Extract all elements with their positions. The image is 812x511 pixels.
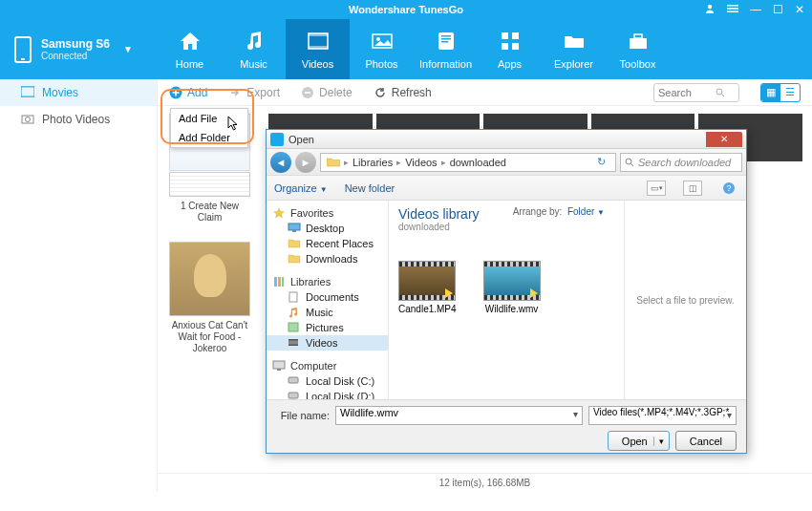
user-icon[interactable] <box>704 3 716 16</box>
svg-point-8 <box>376 37 380 41</box>
dialog-close-button[interactable]: ✕ <box>706 132 742 147</box>
nav-apps-label: Apps <box>498 58 522 70</box>
svg-rect-10 <box>441 35 451 37</box>
file-item[interactable]: Candle1.MP4 <box>398 261 457 314</box>
svg-rect-34 <box>292 230 296 232</box>
nav-apps[interactable]: Apps <box>478 19 542 79</box>
sidebar-item-photo-videos[interactable]: Photo Videos <box>0 106 157 133</box>
file-item[interactable]: Wildlife.wmv <box>483 261 541 314</box>
add-button[interactable]: Add <box>169 86 207 99</box>
breadcrumb[interactable]: ▸Libraries ▸Videos ▸downloaded ↻ <box>320 153 616 172</box>
crumb[interactable]: Libraries <box>353 157 393 168</box>
information-icon <box>435 30 458 53</box>
svg-rect-18 <box>634 34 642 38</box>
nav-music-label: Music <box>240 58 267 70</box>
video-thumb[interactable]: Anxious Cat Can't Wait for Food - Jokero… <box>169 242 250 354</box>
preview-pane-button[interactable]: ◫ <box>683 181 702 196</box>
help-icon[interactable]: ? <box>719 181 738 196</box>
nav-videos[interactable]: Videos <box>286 19 350 79</box>
sidebar-movies-label: Movies <box>42 86 78 99</box>
forward-button[interactable]: ► <box>295 152 316 173</box>
svg-point-29 <box>626 159 631 164</box>
new-folder-button[interactable]: New folder <box>345 182 395 194</box>
path-refresh-icon[interactable]: ↻ <box>597 156 606 168</box>
svg-rect-13 <box>502 32 508 39</box>
svg-rect-38 <box>289 292 297 302</box>
sidebar-photo-videos-label: Photo Videos <box>42 113 110 126</box>
sidebar-item-movies[interactable]: Movies <box>0 79 157 106</box>
search-input[interactable] <box>658 87 716 98</box>
nav-diskc[interactable]: Local Disk (C:) <box>267 373 388 389</box>
svg-rect-5 <box>309 33 328 36</box>
nav-toolbox[interactable]: Toolbox <box>606 19 670 79</box>
filetype-filter[interactable]: Video files(*.MP4;*.M4V;*.3GP;* <box>588 406 737 425</box>
view-toggle[interactable]: ▦ ☰ <box>760 83 801 102</box>
dialog-nav: Favorites Desktop Recent Places Download… <box>267 201 389 399</box>
search-icon <box>625 158 634 167</box>
nav-libraries[interactable]: Libraries <box>267 274 388 289</box>
nav-pictures[interactable]: Pictures <box>267 320 388 335</box>
view-mode-button[interactable]: ▭ ▾ <box>647 181 666 196</box>
dialog-search-placeholder: Search downloaded <box>638 157 731 168</box>
nav-desktop[interactable]: Desktop <box>267 221 388 236</box>
nav-information[interactable]: Information <box>414 19 478 79</box>
add-label: Add <box>187 86 207 99</box>
svg-rect-16 <box>512 43 519 50</box>
dialog-body: Favorites Desktop Recent Places Download… <box>267 201 746 399</box>
preview-pane: Select a file to preview. <box>624 201 746 399</box>
thumb-image <box>169 172 250 197</box>
open-dialog: Open ✕ ◄ ► ▸Libraries ▸Videos ▸downloade… <box>266 129 747 454</box>
maximize-icon[interactable]: ☐ <box>773 3 783 16</box>
back-button[interactable]: ◄ <box>270 152 291 173</box>
nav-computer[interactable]: Computer <box>267 358 388 373</box>
nav-documents[interactable]: Documents <box>267 289 388 305</box>
nav-home[interactable]: Home <box>158 19 222 79</box>
organize-button[interactable]: Organize ▼ <box>274 182 328 194</box>
nav-explorer[interactable]: Explorer <box>542 19 606 79</box>
nav-photos[interactable]: Photos <box>350 19 414 79</box>
video-thumbs-row2: Anxious Cat Can't Wait for Food - Jokero… <box>169 242 250 354</box>
nav-videos[interactable]: Videos <box>267 335 388 351</box>
close-icon[interactable]: ✕ <box>795 3 804 16</box>
nav-photos-label: Photos <box>365 58 397 70</box>
filename-input[interactable]: Wildlife.wmv <box>335 406 583 425</box>
menu-icon[interactable] <box>727 3 738 16</box>
svg-point-27 <box>716 89 722 95</box>
dialog-titlebar[interactable]: Open ✕ <box>267 130 746 149</box>
svg-rect-41 <box>288 339 298 341</box>
search-field[interactable] <box>653 83 739 102</box>
export-button[interactable]: Export <box>228 86 280 99</box>
phone-icon <box>14 36 32 63</box>
apps-icon <box>499 30 522 53</box>
svg-rect-44 <box>277 369 281 371</box>
nav-music[interactable]: Music <box>222 19 286 79</box>
svg-rect-21 <box>21 96 34 97</box>
crumb[interactable]: Videos <box>405 157 437 168</box>
dialog-files: Videos library downloaded Arrange by: Fo… <box>389 201 746 399</box>
cursor-icon <box>227 116 241 133</box>
arrange-by[interactable]: Arrange by: Folder ▼ <box>513 206 605 217</box>
grid-view-icon[interactable]: ▦ <box>761 84 780 101</box>
svg-rect-33 <box>288 224 300 230</box>
nav-recent[interactable]: Recent Places <box>267 236 388 251</box>
delete-button[interactable]: Delete <box>301 86 353 99</box>
device-selector[interactable]: Samsung S6 Connected ▼ <box>0 36 158 63</box>
crumb[interactable]: downloaded <box>450 157 506 168</box>
chevron-down-icon: ▼ <box>123 44 133 54</box>
svg-rect-39 <box>288 323 298 331</box>
home-icon <box>179 30 202 53</box>
open-button[interactable]: Open <box>608 431 670 451</box>
status-bar: 12 item(s), 166.68MB <box>158 473 812 492</box>
nav-diskd[interactable]: Local Disk (D:) <box>267 389 388 399</box>
thumb-caption: Anxious Cat Can't Wait for Food - Jokero… <box>169 320 250 354</box>
svg-rect-20 <box>21 86 34 88</box>
refresh-button[interactable]: Refresh <box>374 86 432 99</box>
dialog-search[interactable]: Search downloaded <box>620 153 742 172</box>
list-view-icon[interactable]: ☰ <box>780 84 800 101</box>
minimize-icon[interactable]: — <box>750 3 761 16</box>
nav-music[interactable]: Music <box>267 305 388 320</box>
file-view[interactable]: Videos library downloaded Arrange by: Fo… <box>389 201 624 399</box>
nav-favorites[interactable]: Favorites <box>267 205 388 221</box>
nav-downloads[interactable]: Downloads <box>267 251 388 266</box>
cancel-button[interactable]: Cancel <box>675 431 737 451</box>
